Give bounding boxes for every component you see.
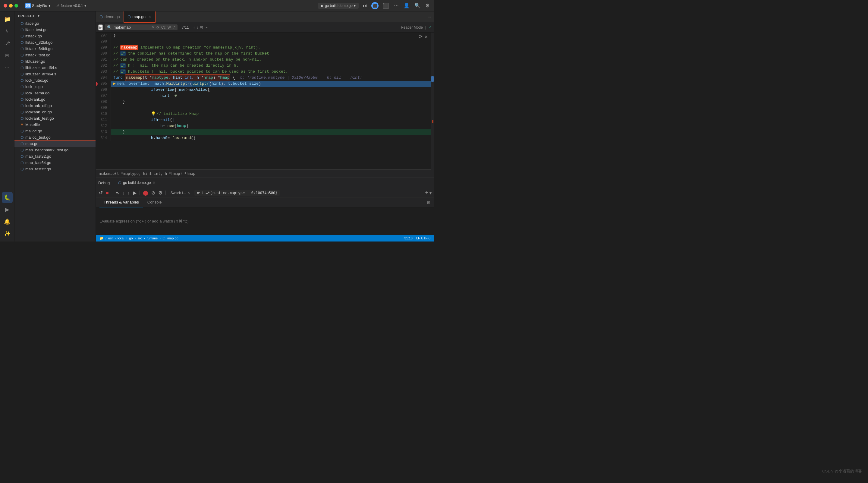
activity-run[interactable]: ▶	[2, 204, 13, 215]
sidebar-item[interactable]: ⬡lockrank.go	[14, 96, 96, 102]
sidebar-item-mapgo[interactable]: ⬡map.go	[14, 141, 96, 147]
search-prev-button[interactable]: ↑	[193, 25, 195, 30]
file-icon: ⬡	[21, 28, 24, 32]
fullscreen-button[interactable]	[14, 4, 18, 7]
eval-input[interactable]	[99, 219, 430, 223]
code-content: 297 298 299 300 301 302 303 304 305 306 …	[96, 33, 434, 141]
add-watch-button[interactable]: +	[425, 190, 428, 196]
sidebar-item[interactable]: ⬡lfstack_test.go	[14, 52, 96, 58]
switch-frames-close[interactable]: ✕	[187, 191, 190, 195]
activity-extensions[interactable]: ⊞	[2, 50, 13, 61]
step-out-button[interactable]: ↑	[127, 190, 130, 196]
debug-run-button[interactable]: ⏭	[362, 2, 368, 9]
line-num: 303	[98, 69, 107, 75]
debug-tabs: Debug ⬡ go build demo.go ✕	[96, 178, 434, 188]
sidebar-item[interactable]: ⬡lfstack_32bit.go	[14, 39, 96, 46]
tab-mapgo[interactable]: ⬡ map.go ✕	[124, 11, 155, 22]
close-button[interactable]	[4, 4, 7, 7]
activity-debug[interactable]: 🐛	[2, 192, 13, 203]
tab-threads-variables[interactable]: Threads & Variables	[99, 198, 143, 207]
search-input-wrap: 🔍 ✕ ⟳ Cc W .*	[104, 24, 178, 30]
search-regex2-button[interactable]: .*	[173, 25, 175, 30]
sidebar-item[interactable]: ⬡malloc.go	[14, 128, 96, 134]
sidebar-item[interactable]: ⬡map_benchmark_test.go	[14, 147, 96, 153]
file-icon: ⬡	[21, 53, 24, 57]
restart-debug-button[interactable]: ↺	[98, 189, 103, 196]
line-num: 305	[98, 81, 107, 87]
more-options-button[interactable]: ⋯	[393, 2, 400, 9]
stop-debug-button[interactable]: ■	[105, 190, 110, 196]
branch-name[interactable]: ⎇ feature-v0.0.1 ▾	[56, 4, 86, 8]
sidebar-item[interactable]: ⬡lock_futex.go	[14, 77, 96, 84]
breakpoints-button[interactable]: ⬤	[142, 189, 149, 196]
file-icon: ⬡	[21, 135, 24, 140]
step-into-button[interactable]: ↓	[121, 190, 125, 196]
activity-notifications[interactable]: 🔔	[2, 216, 13, 227]
main-layout: 📁 ⑂ ⎇ ⊞ ··· 🐛 ▶ 🔔 ✨ Project ▾ ⬡iface.go …	[0, 11, 434, 241]
search-filter-button[interactable]: ⊟	[199, 25, 203, 30]
search-word-button[interactable]: W	[167, 25, 171, 30]
sidebar-item[interactable]: ⬡iface_test.go	[14, 27, 96, 33]
run-button[interactable]: ▶ go build demo.go ▾	[318, 3, 359, 9]
file-icon: ⬡	[21, 59, 24, 64]
sidebar-item[interactable]: ⬡lfstack_64bit.go	[14, 46, 96, 52]
sidebar-item[interactable]: ⬡lockrank_test.go	[14, 115, 96, 121]
toolbar-separator	[165, 190, 166, 195]
sidebar-item[interactable]: ⬡map_fast32.go	[14, 153, 96, 159]
sidebar-item[interactable]: ⬡lock_sema.go	[14, 90, 96, 96]
search-case-button[interactable]: Cc	[161, 25, 166, 30]
sidebar-item[interactable]: ⬡malloc_test.go	[14, 134, 96, 141]
sidebar-item[interactable]: ⬡libfuzzer_arm64.s	[14, 71, 96, 77]
search-collapse-button[interactable]: ▶	[98, 24, 103, 30]
refresh-button[interactable]: ⟳	[418, 34, 423, 39]
sidebar-item[interactable]: ⬡map_faststr.go	[14, 166, 96, 172]
search-regex-button[interactable]: ⟳	[156, 25, 159, 30]
debug-settings-button[interactable]: ⚙	[158, 189, 163, 196]
debug-content-more[interactable]: ⊞	[427, 200, 430, 205]
activity-ai[interactable]: ✨	[2, 228, 13, 239]
mute-button[interactable]: ⊘	[151, 189, 156, 196]
profile-button[interactable]: ⬛	[371, 2, 378, 9]
debug-close-button[interactable]: ✕	[153, 181, 156, 185]
activity-git[interactable]: ⑂	[2, 26, 13, 37]
sidebar-item[interactable]: ⬡lockrank_on.go	[14, 109, 96, 115]
reader-mode: Reader Mode | ✓	[401, 25, 432, 30]
search-next-button[interactable]: ↓	[196, 25, 198, 30]
debug-run-tab[interactable]: ⬡ go build demo.go ✕	[116, 178, 158, 188]
line-num: 306	[98, 87, 107, 93]
stop-button[interactable]: ⬛	[381, 1, 390, 10]
tab-close-icon[interactable]: ✕	[149, 15, 151, 19]
code-editor[interactable]: 297 298 299 300 301 302 303 304 305 306 …	[96, 33, 434, 178]
account-button[interactable]: 👤	[403, 2, 410, 9]
code-line: 💡// initialize Hmap	[111, 111, 434, 117]
app-name[interactable]: SG StudyGo ▾	[25, 3, 51, 8]
code-line: func makemap(t *maptype, hint int, h *hm…	[111, 75, 434, 81]
sidebar-item[interactable]: ⬡libfuzzer_amd64.s	[14, 64, 96, 71]
debug-content-tabs: Threads & Variables Console ⊞	[96, 198, 434, 207]
titlebar-center: SG StudyGo ▾ ⎇ feature-v0.0.1 ▾	[25, 3, 315, 8]
step-over-button[interactable]: ⤼	[115, 189, 120, 196]
editor-area: ⬡ demo.go ⬡ map.go ✕ ··· ▶ 🔍 ✕ ⟳ Cc W .*	[96, 11, 434, 241]
activity-branches[interactable]: ⎇	[2, 38, 13, 49]
activity-more[interactable]: ···	[2, 62, 13, 73]
sidebar-item[interactable]: ⬡lock_js.go	[14, 84, 96, 90]
search-global-button[interactable]: 🔍	[413, 2, 421, 9]
watch-chevron[interactable]: ▾	[430, 190, 432, 195]
settings-button[interactable]: ⚙	[424, 2, 430, 9]
sidebar-item[interactable]: ⬡lfstack.go	[14, 33, 96, 39]
sidebar-item[interactable]: ⬡iface.go	[14, 20, 96, 27]
tab-demogo[interactable]: ⬡ demo.go	[96, 11, 124, 22]
minimize-button[interactable]	[9, 4, 13, 7]
sidebar-item[interactable]: ⬡lockrank_off.go	[14, 102, 96, 109]
sidebar-item[interactable]: ⬡libfuzzer.go	[14, 58, 96, 64]
frame-close-button[interactable]: ✕	[424, 34, 428, 39]
sidebar-item[interactable]: ⬡map_fast64.go	[14, 159, 96, 166]
search-input[interactable]	[114, 25, 150, 30]
resume-button[interactable]: ▶	[132, 189, 137, 196]
tab-more-button[interactable]: ···	[425, 14, 434, 19]
sidebar-item-makefile[interactable]: MMakefile	[14, 121, 96, 128]
search-more-button[interactable]: ⋯	[204, 25, 209, 30]
search-clear-button[interactable]: ✕	[152, 25, 155, 30]
activity-explorer[interactable]: 📁	[2, 14, 13, 25]
tab-console[interactable]: Console	[143, 198, 166, 207]
